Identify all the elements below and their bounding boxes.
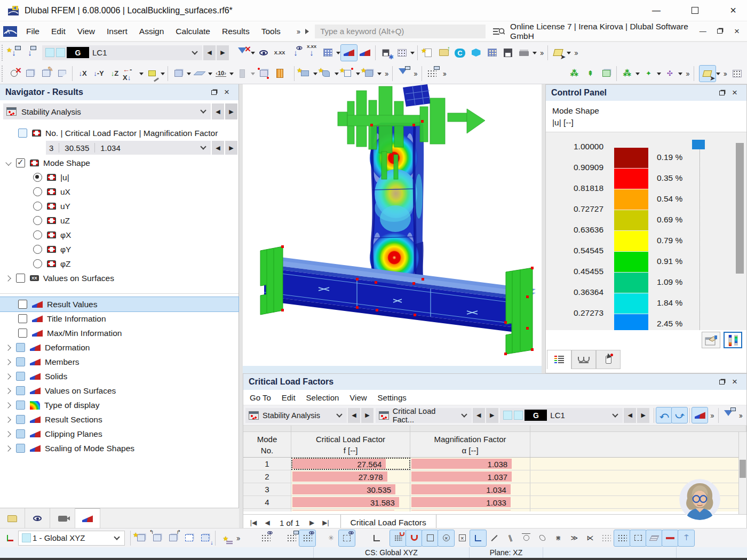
close-panel-icon[interactable]: × (728, 376, 741, 388)
last-page-button[interactable]: ▶| (319, 516, 333, 529)
dropdown-arrow[interactable] (139, 73, 144, 77)
download-values-button[interactable]: X.XX (304, 45, 320, 61)
menu-insert[interactable]: Insert (101, 23, 133, 39)
dropdown-arrow[interactable] (251, 52, 255, 57)
clf-header[interactable]: Critical Load Factors × (243, 374, 746, 390)
cell-f-4[interactable]: 31.583 (291, 496, 410, 508)
scale-slider-handle[interactable] (692, 140, 705, 149)
isometric-view-button[interactable] (22, 66, 38, 82)
col-header-magnification-factor[interactable]: Magnification Factorα [--] (410, 432, 530, 457)
dropdown-arrow[interactable] (208, 73, 212, 77)
checkbox-partial[interactable] (16, 372, 25, 381)
load-case-combo[interactable]: G LC1 (42, 45, 202, 60)
load-cube-button[interactable] (598, 66, 614, 82)
menu-calculate[interactable]: Calculate (170, 23, 216, 39)
table-row-3[interactable]: 3 30.535 1.034 (243, 483, 746, 496)
dropdown-arrow[interactable] (716, 73, 720, 77)
show-values-button[interactable] (256, 45, 272, 61)
solid-display-button[interactable] (170, 66, 186, 82)
table-scrollbar[interactable] (738, 432, 746, 514)
expand-icon[interactable] (5, 359, 12, 365)
cell-f-3[interactable]: 30.535 (291, 483, 410, 495)
clf-load-case-combo[interactable]: G LC1 (500, 408, 623, 423)
checkbox-partial[interactable] (16, 357, 25, 366)
snap-tangent-button[interactable] (518, 530, 534, 546)
dimension-button[interactable]: ‹10› (213, 66, 229, 82)
checkbox-partial[interactable] (16, 429, 25, 438)
values-xxx-button[interactable]: X.XX (272, 45, 288, 61)
panel-options-button[interactable] (702, 332, 720, 348)
expand-icon[interactable] (5, 275, 12, 282)
save-button[interactable] (500, 45, 516, 61)
dropdown-arrow[interactable] (678, 73, 682, 77)
checkbox[interactable] (16, 274, 25, 283)
clf-menu-view[interactable]: View (344, 391, 372, 404)
clf-menu-settings[interactable]: Settings (372, 391, 412, 404)
tree-item-uz[interactable]: uZ (0, 213, 239, 228)
clf-menu-selection[interactable]: Selection (301, 391, 345, 404)
copy-objects-button[interactable] (197, 530, 213, 546)
dropdown-arrow[interactable] (410, 52, 415, 57)
tab-color-scale[interactable] (547, 350, 571, 369)
download-results-button[interactable] (288, 45, 304, 61)
toolbar-overflow[interactable]: ›› (537, 49, 545, 57)
show-results-button[interactable] (341, 45, 357, 61)
checkbox-partial[interactable] (16, 401, 25, 410)
maximize-button[interactable] (684, 2, 705, 19)
tree-item-values-on-surfaces[interactable]: Values on Surfaces (0, 271, 239, 285)
sync-selection-button[interactable]: ⤺ (656, 407, 672, 423)
minimize-button[interactable]: — (646, 2, 667, 19)
grid-settings-button[interactable] (283, 530, 299, 546)
float-panel-icon[interactable] (716, 87, 728, 99)
radio[interactable] (33, 259, 42, 268)
close-panel-icon[interactable]: × (728, 87, 741, 99)
ortho-corner-button[interactable] (369, 530, 385, 546)
snap-offset-button[interactable]: ⋉ (582, 530, 598, 546)
toolbar-overflow[interactable]: ›› (382, 69, 390, 78)
toolbar-overflow[interactable]: ›› (721, 69, 729, 78)
dropdown-arrow[interactable] (229, 73, 234, 77)
load-generation-button[interactable]: ⇞ (582, 66, 598, 82)
expand-icon[interactable] (5, 345, 12, 351)
tab-factors[interactable] (571, 350, 596, 369)
prev-load-case-button[interactable]: ◀ (624, 408, 636, 423)
menu-file[interactable]: File (20, 23, 45, 39)
guidelines-button[interactable] (614, 530, 630, 546)
tree-item-phiy[interactable]: φY (0, 242, 239, 257)
mode-combo[interactable]: 3 30.535 1.034 (46, 141, 211, 155)
tree-item-maxmin-information[interactable]: Max/Min Information (0, 326, 239, 340)
tree-item-solids[interactable]: Solids (0, 369, 239, 383)
coordinate-system-combo[interactable]: 1 - Global XYZ (18, 531, 125, 546)
clf-menu-goto[interactable]: Go To (244, 391, 276, 404)
snap-ellipse-button[interactable] (534, 530, 550, 546)
tree-item-u-abs[interactable]: |u| (0, 170, 239, 185)
new-model-window-button[interactable] (6, 45, 22, 61)
color-scale-options-button[interactable] (724, 332, 742, 348)
checkbox-partial[interactable] (16, 415, 25, 424)
model-cube-button[interactable] (468, 45, 484, 61)
zoom-cancel-button[interactable] (6, 66, 22, 82)
tools-mesh-button[interactable]: ✣ (662, 66, 678, 82)
dlubal-center-button[interactable] (452, 45, 468, 61)
toolbar-overflow[interactable]: ›› (440, 69, 448, 78)
menu-view[interactable]: View (71, 23, 101, 39)
view-x-button[interactable]: ↓X (75, 66, 91, 82)
next-load-case-button[interactable]: ▶ (217, 45, 229, 60)
new-file-button[interactable] (420, 45, 436, 61)
expand-icon[interactable] (5, 373, 12, 380)
next-button[interactable]: ▶ (486, 408, 498, 423)
tools-leaf-button[interactable]: ✦ (640, 66, 656, 82)
tab-data-navigator[interactable] (0, 508, 25, 529)
grid-visibility-button[interactable] (258, 530, 274, 546)
mirror-objects-button[interactable] (181, 530, 197, 546)
checkbox-checked[interactable] (16, 158, 25, 167)
prev-mode-button[interactable]: ◀ (212, 141, 224, 155)
col-header-mode[interactable]: ModeNo. (243, 432, 291, 457)
edit-layers-button[interactable] (218, 530, 234, 546)
new-opening-button[interactable] (318, 66, 334, 82)
dropdown-arrow[interactable] (313, 73, 317, 77)
vertical-splitter[interactable] (239, 84, 243, 528)
dropdown-arrow[interactable] (657, 73, 661, 77)
analysis-combo[interactable]: Stability Analysis (3, 103, 211, 119)
coordinate-system-icon[interactable] (2, 530, 18, 546)
